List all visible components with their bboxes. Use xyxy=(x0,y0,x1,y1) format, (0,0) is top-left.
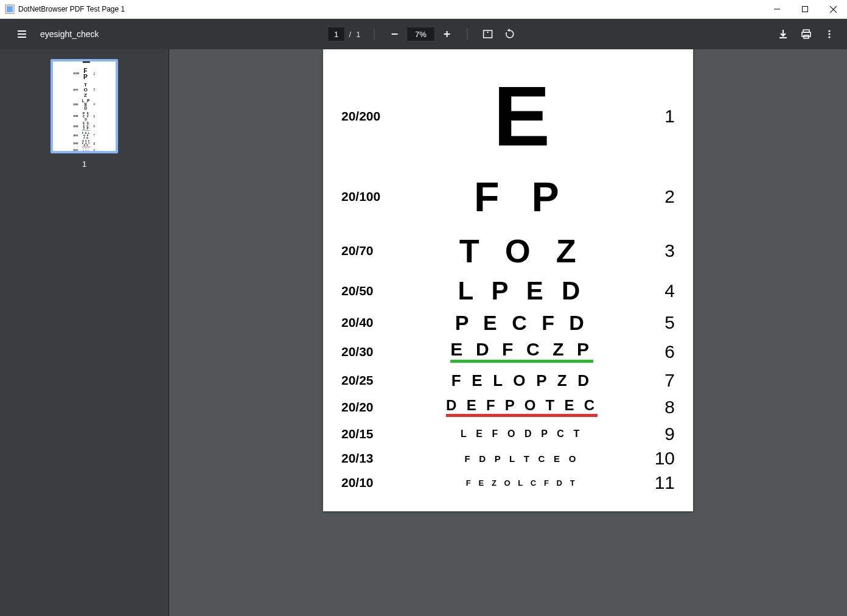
chart-row-label: 20/10 xyxy=(341,475,399,490)
chart-row: 20/25F E L O P Z D7 xyxy=(341,370,675,391)
svg-rect-1 xyxy=(7,6,13,12)
chart-row: 20/100F P2 xyxy=(74,68,96,80)
document-title: eyesight_check xyxy=(40,29,99,39)
chart-row-letters: T O Z xyxy=(82,82,91,97)
svg-point-21 xyxy=(828,33,830,35)
chart-row-number: 5 xyxy=(644,312,675,333)
fit-page-button[interactable] xyxy=(478,25,497,43)
app-icon xyxy=(5,4,15,14)
zoom-in-button[interactable] xyxy=(437,25,456,43)
print-button[interactable] xyxy=(797,25,815,43)
chart-row-letters: F E L O P Z D xyxy=(82,132,91,139)
chart-row-label: 20/20 xyxy=(74,142,82,145)
window-close-button[interactable] xyxy=(819,0,847,18)
chart-row-number: 2 xyxy=(644,186,675,207)
chart-row-letters: L P E D xyxy=(82,99,91,110)
thumbnail-page-number: 1 xyxy=(82,159,86,169)
chart-row: 20/200E1 xyxy=(341,74,675,159)
chart-row-number: 10 xyxy=(644,448,675,469)
chart-row-number: 1 xyxy=(644,106,675,127)
page-input[interactable]: 1 xyxy=(329,27,344,41)
chart-row-letters: D E F P O T E C xyxy=(82,140,91,147)
chart-row-label: 20/25 xyxy=(74,135,82,137)
chart-row-number: 7 xyxy=(644,370,675,391)
chart-row: 20/70T O Z3 xyxy=(74,82,96,97)
chart-row: 20/200E1 xyxy=(74,59,96,65)
chart-row-number: 8 xyxy=(91,142,96,145)
chart-row-letters: E xyxy=(82,59,91,65)
chart-row-label: 20/200 xyxy=(341,109,399,124)
chart-row-letters: F P xyxy=(82,68,91,80)
chart-row-label: 20/15 xyxy=(341,427,399,441)
chart-row-number: 3 xyxy=(644,240,675,261)
page-thumbnail[interactable]: 20/200E120/100F P220/70T O Z320/50L P E … xyxy=(51,59,118,153)
svg-point-22 xyxy=(828,36,830,38)
eye-chart: 20/200E120/100F P220/70T O Z320/50L P E … xyxy=(341,74,675,493)
chart-row-number: 6 xyxy=(91,125,96,128)
chart-row: 20/15L E F O D P C T9 xyxy=(74,148,96,152)
chart-row-number: 1 xyxy=(91,59,96,60)
chart-row-number: 4 xyxy=(644,281,675,301)
chart-row-number: 9 xyxy=(644,424,675,444)
window-maximize-button[interactable] xyxy=(791,0,819,18)
chart-row-letters: P E C F D xyxy=(82,111,91,121)
rotate-button[interactable] xyxy=(500,25,518,43)
chart-row-letters: E D F C Z P xyxy=(399,340,644,363)
chart-row: 20/40P E C F D5 xyxy=(341,312,675,333)
svg-point-20 xyxy=(828,30,830,32)
more-menu-button[interactable] xyxy=(820,25,838,43)
chart-row: 20/20D E F P O T E C8 xyxy=(341,397,675,418)
svg-rect-3 xyxy=(803,7,808,12)
chart-row-number: 7 xyxy=(91,134,96,137)
chart-row: 20/50L P E D4 xyxy=(341,278,675,304)
chart-row-number: 2 xyxy=(91,72,96,75)
chart-row-label: 20/30 xyxy=(341,345,399,359)
chart-row-label: 20/13 xyxy=(341,451,399,466)
chart-row-letters: L E F O D P C T xyxy=(399,429,644,439)
zoom-input[interactable]: 7% xyxy=(407,27,434,41)
chart-row-label: 20/20 xyxy=(341,400,399,415)
chart-row-number: 9 xyxy=(91,149,96,152)
window-title: DotNetBrowser PDF Test Page 1 xyxy=(18,5,125,13)
zoom-out-button[interactable] xyxy=(385,25,403,43)
chart-row-number: 3 xyxy=(91,88,96,91)
chart-row-letters: E xyxy=(399,74,644,159)
chart-row-number: 5 xyxy=(91,115,96,118)
chart-row: 20/15L E F O D P C T9 xyxy=(341,424,675,444)
thumbnail-sidebar: 20/200E120/100F P220/70T O Z320/50L P E … xyxy=(0,49,169,616)
chart-row: 20/100F P2 xyxy=(341,176,675,217)
chart-row-letters: D E F P O T E C xyxy=(399,398,644,417)
toolbar-divider xyxy=(467,29,467,40)
chart-row-label: 20/40 xyxy=(74,115,82,117)
chart-row-label: 20/50 xyxy=(341,284,399,298)
pdf-viewport[interactable]: 20/200E120/100F P220/70T O Z320/50L P E … xyxy=(169,49,847,616)
chart-row-number: 4 xyxy=(91,103,96,106)
chart-row: 20/40P E C F D5 xyxy=(74,111,96,121)
page-separator: / xyxy=(349,30,352,39)
pdf-page: 20/200E120/100F P220/70T O Z320/50L P E … xyxy=(323,49,693,511)
chart-row: 20/25F E L O P Z D7 xyxy=(74,132,96,139)
chart-row-letters: P E C F D xyxy=(399,312,644,333)
chart-row: 20/30E D F C Z P6 xyxy=(341,340,675,363)
download-button[interactable] xyxy=(774,25,792,43)
chart-row-letters: E D F C Z P xyxy=(82,122,91,131)
svg-rect-18 xyxy=(802,32,810,37)
chart-row: 20/50L P E D4 xyxy=(74,99,96,110)
chart-row-label: 20/50 xyxy=(74,103,82,106)
chart-row-number: 11 xyxy=(644,472,675,493)
toolbar-divider xyxy=(374,29,374,40)
chart-row: 20/10F E Z O L C F D T11 xyxy=(341,472,675,493)
chart-row-letters: L P E D xyxy=(399,278,644,304)
chart-row-label: 20/100 xyxy=(341,189,399,204)
chart-row-label: 20/25 xyxy=(341,373,399,388)
chart-row-label: 20/70 xyxy=(341,243,399,258)
chart-row: 20/13F D P L T C E O10 xyxy=(341,448,675,469)
chart-row-letters: F E L O P Z D xyxy=(399,373,644,388)
chart-row: 20/30E D F C Z P6 xyxy=(74,122,96,131)
pdf-toolbar: eyesight_check 1 / 1 7% xyxy=(0,19,847,49)
chart-row-letters: T O Z xyxy=(399,234,644,267)
chart-row-letters: L E F O D P C T xyxy=(82,148,91,152)
window-minimize-button[interactable] xyxy=(763,0,791,18)
menu-icon[interactable] xyxy=(16,28,28,40)
chart-row-letters: F E Z O L C F D T xyxy=(399,479,644,487)
